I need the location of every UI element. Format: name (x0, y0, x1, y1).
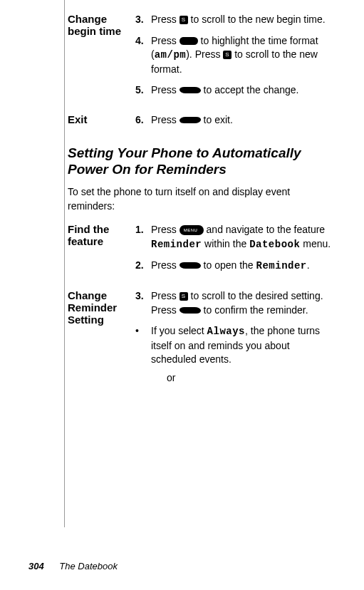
lcd-text: Datebook (249, 239, 300, 250)
lcd-text: Reminder (151, 239, 202, 250)
soft-key-right-icon (179, 87, 202, 93)
step-3: 3. Press to scroll to the desired settin… (135, 289, 336, 317)
text-fragment: Press (151, 259, 180, 271)
text-fragment: Press (151, 84, 180, 95)
margin-rule (64, 0, 65, 527)
text-fragment: If you select (151, 325, 207, 336)
step-text: Press to exit. (151, 113, 336, 128)
page-number: 304 (28, 561, 44, 571)
or-text: or (167, 371, 336, 385)
page-footer: 304 The Datebook (28, 561, 118, 571)
step-number: 3. (135, 13, 151, 27)
step-text: Press to scroll to the new begin time. (151, 13, 336, 27)
text-fragment: to confirm the reminder. (201, 304, 308, 316)
text-fragment: Press (151, 35, 180, 46)
text-fragment: to exit. (201, 114, 233, 125)
step-text: Press to open the Reminder. (151, 259, 336, 274)
text-fragment: . (307, 259, 310, 271)
text-fragment: menu. (300, 238, 331, 249)
step-block-change-begin-time: Change begin time 3. Press to scroll to … (68, 13, 336, 105)
block-content: 1. Press and navigate to the feature Rem… (135, 223, 336, 281)
step-text: Press and navigate to the feature Remind… (151, 223, 336, 252)
step-3: 3. Press to scroll to the new begin time… (135, 13, 336, 27)
text-fragment: within the (202, 238, 249, 249)
text-fragment: to open the (201, 259, 256, 271)
lcd-text: Reminder (256, 260, 307, 271)
step-number: 5. (135, 83, 151, 98)
step-2: 2. Press to open the Reminder. (135, 259, 336, 274)
lcd-text: Always (207, 326, 245, 337)
step-block-change-reminder: Change Reminder Setting 3. Press to scro… (68, 289, 336, 393)
highlight-key-icon (180, 37, 198, 45)
step-number: 1. (135, 223, 151, 252)
block-label: Change Reminder Setting (68, 289, 135, 393)
step-number: 6. (135, 113, 151, 128)
section-intro: To set the phone to turn itself on and d… (68, 185, 336, 213)
step-text: Press to scroll to the desired setting. … (151, 289, 336, 317)
text-fragment: Press (151, 114, 180, 125)
step-number: 2. (135, 259, 151, 274)
section-heading: Setting Your Phone to Automatically Powe… (68, 145, 336, 179)
step-number: 4. (135, 34, 151, 77)
bullet-marker: • (135, 324, 151, 385)
menu-key-icon (180, 225, 204, 235)
block-content: 6. Press to exit. (135, 113, 336, 135)
soft-key-left-icon (179, 117, 202, 123)
step-block-exit: Exit 6. Press to exit. (68, 113, 336, 135)
text-fragment: Press (151, 14, 180, 25)
step-text: Press to accept the change. (151, 83, 336, 98)
block-label: Exit (68, 113, 135, 135)
scroll-key-icon (180, 16, 188, 24)
bullet-text: If you select Always, the phone turns it… (151, 324, 336, 385)
chapter-title: The Datebook (59, 561, 118, 571)
scroll-key-icon (180, 292, 188, 301)
bullet-always: • If you select Always, the phone turns … (135, 324, 336, 385)
text-fragment: and navigate to the feature (204, 224, 325, 235)
text-fragment: Press (151, 224, 180, 235)
step-4: 4. Press to highlight the time format (a… (135, 34, 336, 77)
step-text: Press to highlight the time format (am/p… (151, 34, 336, 77)
text-fragment: to scroll to the new begin time. (188, 14, 326, 25)
block-content: 3. Press to scroll to the new begin time… (135, 13, 336, 105)
text-fragment: to accept the change. (201, 84, 299, 95)
soft-key-right-icon (179, 262, 202, 269)
block-label: Find the feature (68, 223, 135, 281)
step-number: 3. (135, 289, 151, 317)
step-5: 5. Press to accept the change. (135, 83, 336, 98)
step-6: 6. Press to exit. (135, 113, 336, 128)
block-content: 3. Press to scroll to the desired settin… (135, 289, 336, 393)
block-label: Change begin time (68, 13, 135, 105)
text-fragment: ). Press (186, 48, 223, 60)
step-block-find-feature: Find the feature 1. Press and navigate t… (68, 223, 336, 281)
text-fragment: Press (151, 290, 180, 301)
lcd-text: am/pm (155, 49, 187, 61)
soft-key-right-icon (179, 307, 202, 314)
scroll-key-icon (223, 51, 232, 59)
step-1: 1. Press and navigate to the feature Rem… (135, 223, 336, 252)
